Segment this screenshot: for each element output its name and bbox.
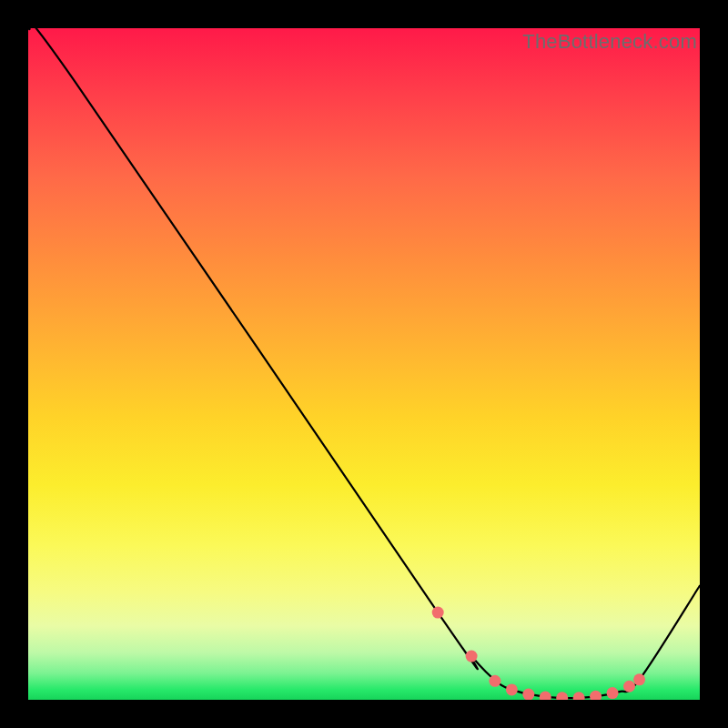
data-point-marker bbox=[607, 687, 619, 699]
data-point-marker bbox=[432, 607, 444, 619]
curve-line bbox=[28, 28, 700, 698]
chart-frame: TheBottleneck.com bbox=[0, 0, 728, 728]
data-point-marker bbox=[506, 683, 518, 695]
data-point-marker bbox=[522, 689, 534, 700]
data-point-marker bbox=[573, 692, 585, 700]
data-point-marker bbox=[466, 651, 478, 662]
data-point-marker bbox=[489, 675, 500, 687]
chart-svg bbox=[28, 28, 700, 700]
data-point-marker bbox=[633, 673, 645, 685]
data-point-marker bbox=[590, 691, 602, 700]
chart-plot-area bbox=[28, 28, 700, 700]
data-point-marker bbox=[540, 692, 551, 700]
data-point-marker bbox=[623, 681, 635, 693]
watermark-text: TheBottleneck.com bbox=[522, 30, 697, 54]
data-point-marker bbox=[556, 692, 568, 700]
